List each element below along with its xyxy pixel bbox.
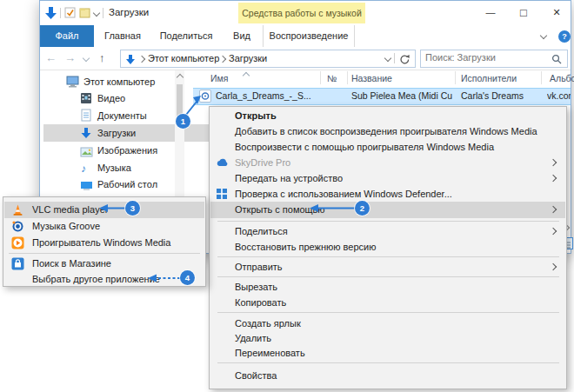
divider [394, 53, 395, 63]
submenu-item-choose-another-app[interactable]: Выбрать другое приложение [4, 271, 204, 287]
vlc-icon [11, 203, 24, 216]
submenu-chevron-icon [550, 263, 557, 270]
submenu-chevron-icon [550, 159, 557, 166]
ribbon-tab-bar: Файл Главная Поделиться Вид Воспроизведе… [40, 25, 571, 48]
qat-properties-check-icon[interactable] [64, 7, 77, 23]
menu-separator [9, 253, 200, 254]
window-title: Загрузки [109, 7, 149, 17]
callout-badge-4: 4 [180, 270, 195, 285]
menu-item-create-shortcut[interactable]: Создать ярлык [210, 316, 565, 331]
help-icon[interactable]: ? [558, 30, 571, 43]
back-icon[interactable]: ← [45, 47, 57, 70]
sidebar-item-this-pc[interactable]: Этот компьютер [66, 73, 155, 90]
sidebar-item-pictures[interactable]: Изображения [80, 142, 157, 159]
divider [60, 8, 61, 18]
breadcrumb-this-pc[interactable]: Этот компьютер [148, 50, 219, 67]
tab-file[interactable]: Файл [40, 25, 94, 47]
column-header-album[interactable]: Альбом [550, 70, 574, 86]
column-divider [455, 71, 456, 84]
sidebar-item-desktop[interactable]: Рабочий стол [80, 176, 157, 193]
menu-item-send-to[interactable]: Отправить [210, 259, 565, 275]
tab-share[interactable]: Поделиться [151, 25, 221, 47]
column-divider [541, 71, 542, 84]
sidebar-item-video[interactable]: Видео [80, 90, 125, 107]
sidebar-item-documents[interactable]: Документы [80, 107, 147, 124]
menu-item-open[interactable]: Открыть [210, 108, 565, 123]
forward-icon[interactable]: → [64, 47, 76, 70]
tab-play[interactable]: Воспроизведение [263, 25, 355, 47]
callout-badge-1: 1 [176, 114, 190, 129]
submenu-item-groove-music[interactable]: Музыка Groove [4, 218, 204, 234]
address-dropdown-chevron-icon[interactable] [384, 54, 391, 61]
column-header-number[interactable]: № [327, 70, 337, 86]
file-title-cell[interactable]: Sub Pielea Mea (Midi Cult... [351, 88, 452, 103]
menu-item-properties[interactable]: Свойства [210, 368, 565, 383]
up-icon[interactable]: ↑ [99, 47, 105, 70]
file-name-cell[interactable]: Carla_s_Dreams_-_S... [216, 88, 318, 103]
menu-item-delete[interactable]: Удалить [210, 330, 565, 346]
address-bar[interactable]: Этот компьютер Загрузки [120, 50, 416, 68]
address-row: ← → ↑ Этот компьютер Загрузки [40, 47, 571, 70]
open-with-submenu: VLC media player Музыка Groove Проигрыва… [3, 196, 206, 287]
menu-item-skydrive-pro[interactable]: SkyDrive Pro [210, 155, 565, 170]
groove-icon [11, 220, 24, 233]
menu-item-open-with[interactable]: Открыть с помощью [210, 202, 565, 218]
file-artists-cell[interactable]: Carla's Dreams [461, 88, 539, 103]
recent-locations-chevron-icon[interactable] [83, 55, 90, 62]
downloads-icon [125, 53, 136, 69]
callout-badge-2: 2 [355, 201, 370, 216]
menu-item-cut[interactable]: Вырезать [210, 279, 565, 295]
minimize-button[interactable]: — [477, 1, 504, 24]
sort-ascending-icon [243, 72, 250, 79]
menu-separator [217, 256, 559, 257]
menu-item-rename[interactable]: Переименовать [210, 345, 565, 361]
media-file-icon[interactable] [199, 90, 211, 106]
qat-new-folder-icon[interactable] [79, 7, 91, 23]
column-header-artists[interactable]: Исполнители [461, 70, 517, 86]
menu-item-add-to-wmp-playlist[interactable]: Добавить в список воспроизведения проигр… [210, 123, 565, 139]
submenu-item-search-store[interactable]: Поиск в Магазине [4, 256, 204, 271]
submenu-item-windows-media-player[interactable]: Проигрыватель Windows Media [4, 235, 204, 250]
submenu-chevron-icon [550, 175, 557, 182]
submenu-item-vlc[interactable]: VLC media player [4, 202, 204, 218]
column-divider [347, 71, 348, 84]
downloads-icon[interactable] [44, 6, 57, 23]
refresh-icon[interactable] [399, 53, 410, 69]
submenu-chevron-icon [550, 206, 557, 213]
column-header-name[interactable]: Имя [210, 70, 228, 86]
maximize-button[interactable]: □ [510, 1, 537, 24]
context-menu: Открыть Добавить в список воспроизведени… [209, 106, 567, 389]
titlebar: Загрузки Средства работы с музыкой — □ ✕ [40, 1, 571, 25]
breadcrumb-downloads[interactable]: Загрузки [229, 50, 267, 67]
menu-item-restore-previous-version[interactable]: Восстановить прежнюю версию [210, 239, 565, 255]
sidebar-item-downloads[interactable]: Загрузки [43, 124, 214, 142]
cloud-icon [216, 156, 229, 169]
breadcrumb-chevron-icon[interactable] [219, 55, 226, 62]
desktop-icon [80, 179, 93, 196]
windows-defender-icon [216, 188, 229, 201]
submenu-chevron-icon [550, 228, 557, 235]
close-button[interactable]: ✕ [543, 1, 571, 24]
qat-customize-chevron-icon[interactable] [93, 10, 100, 17]
file-album-cell[interactable]: vk.com/m [547, 88, 571, 103]
search-icon[interactable] [551, 53, 563, 69]
music-icon: ♪ [81, 160, 86, 177]
search-box[interactable] [420, 50, 568, 68]
column-header-title[interactable]: Название [351, 70, 392, 86]
computer-icon [66, 76, 79, 93]
divider [103, 8, 103, 18]
menu-item-scan-with-defender[interactable]: Проверка с использованием Windows Defend… [210, 186, 565, 202]
menu-item-share[interactable]: Поделиться [210, 223, 565, 239]
menu-item-cast-to-device[interactable]: Передать на устройство [210, 170, 565, 186]
tab-view[interactable]: Вид [221, 25, 263, 47]
breadcrumb-chevron-icon[interactable] [138, 55, 145, 62]
store-icon [11, 257, 24, 270]
menu-item-copy[interactable]: Копировать [210, 295, 565, 310]
contextual-tab-group-label[interactable]: Средства работы с музыкой [238, 3, 365, 23]
scroll-up-icon[interactable] [177, 74, 184, 81]
menu-separator [217, 221, 559, 222]
sidebar-item-music[interactable]: ♪ Музыка [80, 159, 131, 176]
search-input[interactable] [425, 52, 538, 63]
tab-home[interactable]: Главная [94, 25, 151, 47]
menu-item-play-with-wmp[interactable]: Воспроизвести с помощью проигрывателя Wi… [210, 139, 565, 155]
